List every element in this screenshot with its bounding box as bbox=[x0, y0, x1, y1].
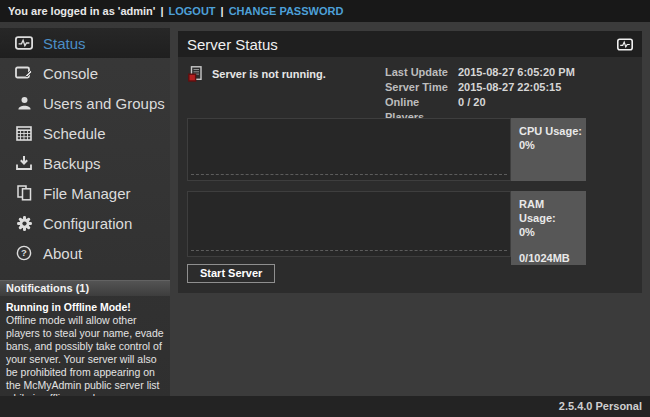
files-icon bbox=[14, 185, 34, 201]
server-info-table: Last Update 2015-08-27 6:05:20 PM Server… bbox=[385, 65, 575, 125]
question-circle-icon: ? bbox=[14, 245, 34, 261]
page-title: Server Status bbox=[187, 36, 278, 53]
version-text: 2.5.4.0 Personal bbox=[559, 400, 642, 412]
activity-chart-icon bbox=[14, 36, 34, 50]
calendar-icon bbox=[14, 126, 34, 141]
info-value: 2015-08-27 22:05:15 bbox=[458, 80, 561, 95]
footer-bar: 2.5.4.0 Personal bbox=[0, 396, 650, 417]
notifications-header: Notifications (1) bbox=[0, 280, 170, 296]
logout-link[interactable]: LOGOUT bbox=[169, 5, 216, 17]
info-row-last-update: Last Update 2015-08-27 6:05:20 PM bbox=[385, 65, 575, 80]
activity-chart-icon bbox=[617, 38, 633, 51]
info-label: Last Update bbox=[385, 65, 458, 80]
sidebar-item-label: Console bbox=[43, 65, 98, 82]
cpu-usage-value: 0% bbox=[519, 138, 582, 152]
panel-body: Server is not running. Last Update 2015-… bbox=[178, 57, 642, 293]
info-label: Server Time bbox=[385, 80, 458, 95]
sidebar-nav: Status Console Users and Groups bbox=[0, 22, 170, 268]
panel-header: Server Status bbox=[178, 31, 642, 57]
ram-usage-panel: RAM Usage: 0% 0/1024MB bbox=[511, 191, 586, 265]
gear-icon bbox=[14, 215, 34, 232]
cpu-usage-section: CPU Usage: 0% bbox=[187, 118, 586, 181]
ram-usage-value: 0% bbox=[519, 225, 582, 239]
sidebar-item-label: Configuration bbox=[43, 215, 132, 232]
cpu-usage-graph bbox=[187, 118, 511, 181]
sidebar-item-label: Status bbox=[43, 35, 86, 52]
sidebar-item-users-and-groups[interactable]: Users and Groups bbox=[0, 88, 170, 118]
ram-usage-detail: 0/1024MB bbox=[519, 251, 582, 265]
notification-text: Offline mode will allow other players to… bbox=[6, 314, 164, 405]
sidebar-item-label: Users and Groups bbox=[43, 95, 165, 112]
topbar-separator: | bbox=[216, 5, 229, 17]
sidebar-item-label: About bbox=[43, 245, 82, 262]
cpu-usage-panel: CPU Usage: 0% bbox=[511, 118, 586, 181]
sidebar-item-label: Schedule bbox=[43, 125, 106, 142]
start-server-button[interactable]: Start Server bbox=[187, 264, 275, 283]
sidebar-item-schedule[interactable]: Schedule bbox=[0, 118, 170, 148]
topbar-separator: | bbox=[155, 5, 168, 17]
sidebar-item-backups[interactable]: Backups bbox=[0, 148, 170, 178]
info-value: 2015-08-27 6:05:20 PM bbox=[458, 65, 575, 80]
sidebar-item-configuration[interactable]: Configuration bbox=[0, 208, 170, 238]
sidebar-item-label: File Manager bbox=[43, 185, 131, 202]
user-icon bbox=[14, 96, 34, 111]
server-status-message: Server is not running. bbox=[212, 68, 326, 80]
notification-title: Running in Offline Mode! bbox=[6, 301, 164, 314]
download-tray-icon bbox=[14, 155, 34, 171]
ram-usage-graph bbox=[187, 191, 511, 257]
server-status-message-row: Server is not running. bbox=[188, 66, 326, 82]
info-row-server-time: Server Time 2015-08-27 22:05:15 bbox=[385, 80, 575, 95]
ram-usage-section: RAM Usage: 0% 0/1024MB bbox=[187, 191, 586, 265]
server-stopped-icon bbox=[188, 66, 204, 82]
ram-usage-label: RAM Usage: bbox=[519, 197, 582, 225]
sidebar-item-label: Backups bbox=[43, 155, 101, 172]
sidebar: Status Console Users and Groups bbox=[0, 22, 170, 396]
console-edit-icon bbox=[14, 66, 34, 81]
cpu-usage-label: CPU Usage: bbox=[519, 124, 582, 138]
sidebar-item-status[interactable]: Status bbox=[0, 28, 170, 58]
sidebar-item-console[interactable]: Console bbox=[0, 58, 170, 88]
logged-in-text: You are logged in as 'admin' bbox=[8, 5, 155, 17]
top-bar: You are logged in as 'admin' | LOGOUT | … bbox=[0, 0, 650, 22]
server-status-panel: Server Status Server is not running. Las… bbox=[178, 31, 642, 293]
change-password-link[interactable]: CHANGE PASSWORD bbox=[229, 5, 344, 17]
sidebar-item-file-manager[interactable]: File Manager bbox=[0, 178, 170, 208]
notification-item: Running in Offline Mode! Offline mode wi… bbox=[0, 296, 170, 405]
sidebar-item-about[interactable]: ? About bbox=[0, 238, 170, 268]
svg-text:?: ? bbox=[21, 247, 27, 258]
